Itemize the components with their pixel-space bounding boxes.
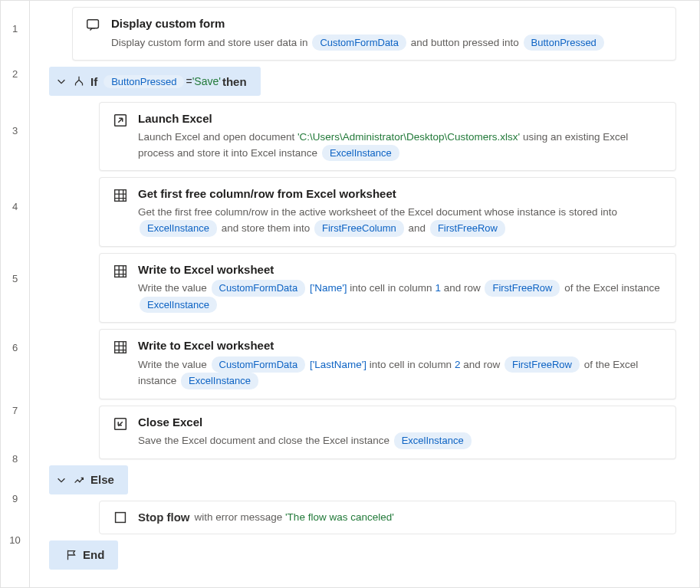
svg-rect-2 bbox=[115, 190, 127, 202]
action-launch-excel[interactable]: Launch Excel Launch Excel and open docum… bbox=[99, 102, 676, 171]
else-icon bbox=[72, 473, 86, 487]
flag-icon bbox=[64, 548, 78, 562]
flow-designer: 12345678910 Display custom form Display … bbox=[1, 1, 699, 587]
action-title: Get first free column/row from Excel wor… bbox=[138, 186, 663, 203]
line-number: 2 bbox=[1, 56, 29, 92]
variable-token[interactable]: ExcelInstance bbox=[181, 373, 258, 389]
flow-content: Display custom form Display custom form … bbox=[30, 1, 699, 587]
variable-token[interactable]: FirstFreeRow bbox=[430, 220, 505, 237]
svg-rect-6 bbox=[116, 512, 126, 522]
variable-token[interactable]: CustomFormData bbox=[212, 356, 306, 373]
action-description: Launch Excel and open document 'C:\Users… bbox=[138, 130, 663, 162]
line-number: 6 bbox=[1, 313, 29, 382]
svg-rect-0 bbox=[87, 20, 99, 28]
line-number: 1 bbox=[1, 1, 29, 56]
branch-icon bbox=[72, 74, 86, 88]
chevron-down-icon[interactable] bbox=[54, 472, 69, 488]
action-write-excel-name[interactable]: Write to Excel worksheet Write the value… bbox=[99, 253, 676, 324]
else-label: Else bbox=[90, 473, 114, 486]
variable-token[interactable]: ButtonPressed bbox=[104, 75, 184, 88]
action-description: Write the value CustomFormData ['LastNam… bbox=[138, 356, 663, 389]
variable-token[interactable]: ExcelInstance bbox=[394, 432, 472, 449]
action-close-excel[interactable]: Close Excel Save the Excel document and … bbox=[99, 406, 676, 459]
variable-token[interactable]: CustomFormData bbox=[212, 280, 306, 297]
variable-token[interactable]: FirstFreeRow bbox=[504, 356, 580, 373]
action-title: Launch Excel bbox=[138, 110, 663, 128]
if-condition[interactable]: If ButtonPressed = 'Save' then bbox=[49, 67, 261, 96]
variable-token[interactable]: FirstFreeRow bbox=[485, 280, 560, 297]
stop-icon bbox=[112, 509, 129, 526]
variable-token[interactable]: ExcelInstance bbox=[322, 145, 399, 162]
variable-token[interactable]: ButtonPressed bbox=[524, 34, 604, 51]
launch-icon bbox=[112, 112, 129, 129]
action-display-custom-form[interactable]: Display custom form Display custom form … bbox=[72, 7, 676, 61]
action-title: Stop flow bbox=[138, 511, 190, 524]
if-label: If bbox=[90, 75, 97, 88]
else-block[interactable]: Else bbox=[49, 465, 128, 494]
excel-icon bbox=[112, 187, 129, 204]
line-number: 10 bbox=[1, 520, 29, 560]
excel-icon bbox=[112, 339, 129, 356]
action-title: Close Excel bbox=[138, 414, 663, 432]
action-stop-flow[interactable]: Stop flow with error message 'The flow w… bbox=[99, 501, 676, 534]
close-excel-icon bbox=[112, 416, 129, 432]
action-title: Display custom form bbox=[111, 15, 663, 33]
action-description: Save the Excel document and close the Ex… bbox=[138, 432, 663, 449]
form-icon bbox=[85, 17, 102, 34]
chevron-down-icon[interactable] bbox=[54, 74, 69, 89]
action-description: Write the value CustomFormData ['Name'] … bbox=[138, 280, 663, 313]
line-number-gutter: 12345678910 bbox=[1, 1, 30, 587]
action-description: Get the first free column/row in the act… bbox=[138, 205, 663, 237]
variable-token[interactable]: CustomFormData bbox=[312, 34, 406, 51]
action-title: Write to Excel worksheet bbox=[138, 261, 663, 279]
line-number: 5 bbox=[1, 244, 29, 313]
action-get-first-free[interactable]: Get first free column/row from Excel wor… bbox=[99, 177, 676, 246]
line-number: 7 bbox=[1, 382, 29, 439]
excel-icon bbox=[112, 263, 129, 280]
svg-rect-4 bbox=[115, 342, 127, 353]
svg-rect-3 bbox=[115, 265, 127, 277]
variable-token[interactable]: ExcelInstance bbox=[140, 220, 217, 237]
variable-token[interactable]: ExcelInstance bbox=[140, 297, 217, 314]
line-number: 3 bbox=[1, 92, 29, 169]
action-description: Display custom form and store user data … bbox=[111, 34, 663, 51]
end-label: End bbox=[83, 548, 104, 561]
line-number: 8 bbox=[1, 439, 29, 478]
line-number: 9 bbox=[1, 478, 29, 520]
variable-token[interactable]: FirstFreeColumn bbox=[314, 220, 404, 237]
line-number: 4 bbox=[1, 169, 29, 244]
action-write-excel-lastname[interactable]: Write to Excel worksheet Write the value… bbox=[99, 329, 676, 399]
end-block[interactable]: End bbox=[49, 540, 118, 570]
action-title: Write to Excel worksheet bbox=[138, 337, 663, 355]
